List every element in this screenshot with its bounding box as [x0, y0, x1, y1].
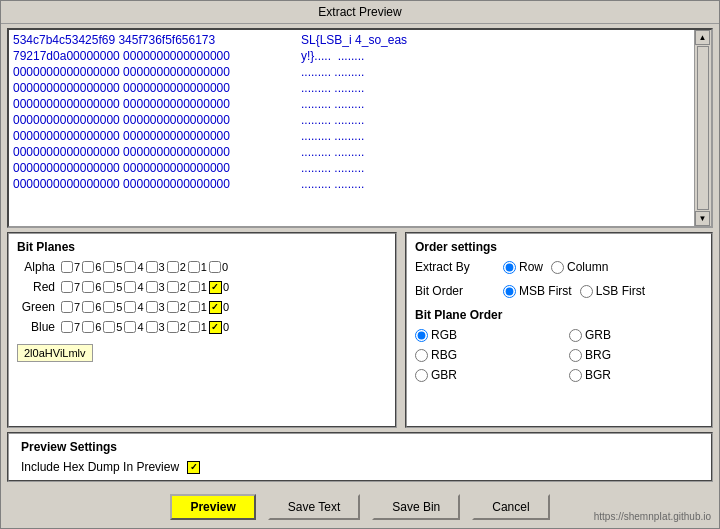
alpha-bit6[interactable]: 6 [82, 261, 101, 273]
scroll-thumb[interactable] [697, 46, 709, 210]
alpha-bit0[interactable]: 0 [209, 261, 228, 273]
alpha-row: Alpha 7 6 5 4 3 2 1 0 [17, 260, 387, 274]
red-bit0-checked[interactable]: ✓ [209, 281, 222, 294]
alpha-bit1[interactable]: 1 [188, 261, 207, 273]
blue-bit7[interactable]: 7 [61, 321, 80, 333]
red-bit0[interactable]: ✓ 0 [209, 281, 229, 294]
green-bit1[interactable]: 1 [188, 301, 207, 313]
alpha-bit7[interactable]: 7 [61, 261, 80, 273]
red-bit5[interactable]: 5 [103, 281, 122, 293]
brg-radio[interactable]: BRG [569, 348, 703, 362]
red-bit1[interactable]: 1 [188, 281, 207, 293]
blue-bit4[interactable]: 4 [124, 321, 143, 333]
bit-planes-title: Bit Planes [17, 240, 387, 254]
bit-order-label: Bit Order [415, 284, 495, 298]
middle-section: Bit Planes Alpha 7 6 5 4 3 2 1 0 Red 7 6… [7, 232, 713, 428]
extract-by-column-label: Column [567, 260, 608, 274]
rgb-label: RGB [431, 328, 457, 342]
alpha-bit2[interactable]: 2 [167, 261, 186, 273]
blue-bit6[interactable]: 6 [82, 321, 101, 333]
alpha-bit3[interactable]: 3 [146, 261, 165, 273]
green-bit6[interactable]: 6 [82, 301, 101, 313]
extract-by-row-radio[interactable]: Row [503, 260, 543, 274]
red-bit2[interactable]: 2 [167, 281, 186, 293]
extract-by-column-radio[interactable]: Column [551, 260, 608, 274]
red-row: Red 7 6 5 4 3 2 1 ✓ 0 [17, 280, 387, 294]
blue-bit0-checked[interactable]: ✓ [209, 321, 222, 334]
bgr-radio[interactable]: BGR [569, 368, 703, 382]
blue-bit3[interactable]: 3 [146, 321, 165, 333]
main-window: Extract Preview 534c7b4c53425f69 345f736… [0, 0, 720, 529]
blue-bit5[interactable]: 5 [103, 321, 122, 333]
preview-text-column: SL{LSB_i 4_so_eas y!}..... ........ ....… [301, 32, 407, 224]
hex-dump-label: Include Hex Dump In Preview [21, 460, 179, 474]
alpha-bit5[interactable]: 5 [103, 261, 122, 273]
red-label: Red [17, 280, 55, 294]
lsb-first-radio[interactable]: LSB First [580, 284, 645, 298]
hex-dump-checkbox[interactable]: ✓ [187, 461, 200, 474]
tooltip-popup: 2l0aHViLmlv [17, 344, 93, 362]
preview-scroll-area[interactable]: 534c7b4c53425f69 345f736f5f656173 79217d… [9, 30, 711, 226]
green-bit0-checked[interactable]: ✓ [209, 301, 222, 314]
preview-settings-panel: Preview Settings Include Hex Dump In Pre… [7, 432, 713, 482]
window-title: Extract Preview [1, 1, 719, 24]
preview-settings-content: Include Hex Dump In Preview ✓ [21, 460, 699, 474]
preview-settings-title: Preview Settings [21, 440, 699, 454]
bit-plane-order-title: Bit Plane Order [415, 308, 703, 322]
blue-bit2[interactable]: 2 [167, 321, 186, 333]
scroll-up-btn[interactable]: ▲ [695, 30, 710, 45]
watermark: https://shemnpIat.github.io [594, 511, 711, 522]
bottom-buttons: Preview Save Text Save Bin Cancel https:… [1, 486, 719, 528]
rbg-radio[interactable]: RBG [415, 348, 549, 362]
green-bit3[interactable]: 3 [146, 301, 165, 313]
green-bit7[interactable]: 7 [61, 301, 80, 313]
grb-label: GRB [585, 328, 611, 342]
red-bit7[interactable]: 7 [61, 281, 80, 293]
save-bin-button[interactable]: Save Bin [372, 494, 460, 520]
blue-bit1[interactable]: 1 [188, 321, 207, 333]
rbg-label: RBG [431, 348, 457, 362]
bit-planes-panel: Bit Planes Alpha 7 6 5 4 3 2 1 0 Red 7 6… [7, 232, 397, 428]
green-bit4[interactable]: 4 [124, 301, 143, 313]
extract-by-label: Extract By [415, 260, 495, 274]
bit-plane-order-section: Bit Plane Order RGB GRB RBG [415, 308, 703, 382]
preview-wrapper: 534c7b4c53425f69 345f736f5f656173 79217d… [7, 28, 713, 228]
blue-bit0[interactable]: ✓ 0 [209, 321, 229, 334]
green-bit5[interactable]: 5 [103, 301, 122, 313]
red-bit4[interactable]: 4 [124, 281, 143, 293]
blue-label: Blue [17, 320, 55, 334]
extract-by-row: Extract By Row Column [415, 260, 703, 274]
green-bit0[interactable]: ✓ 0 [209, 301, 229, 314]
red-bit3[interactable]: 3 [146, 281, 165, 293]
blue-row: Blue 7 6 5 4 3 2 1 ✓ 0 2l0aHViLmlv [17, 320, 387, 334]
gbr-label: GBR [431, 368, 457, 382]
order-settings-panel: Order settings Extract By Row Column Bit… [405, 232, 713, 428]
bgr-label: BGR [585, 368, 611, 382]
green-label: Green [17, 300, 55, 314]
preview-scrollbar[interactable]: ▲ ▼ [694, 30, 711, 226]
bit-plane-order-grid: RGB GRB RBG BRG [415, 328, 703, 382]
gbr-radio[interactable]: GBR [415, 368, 549, 382]
lsb-first-label: LSB First [596, 284, 645, 298]
red-bit6[interactable]: 6 [82, 281, 101, 293]
rgb-radio[interactable]: RGB [415, 328, 549, 342]
preview-button[interactable]: Preview [170, 494, 255, 520]
preview-inner: 534c7b4c53425f69 345f736f5f656173 79217d… [7, 28, 713, 228]
extract-by-row-label: Row [519, 260, 543, 274]
cancel-button[interactable]: Cancel [472, 494, 549, 520]
alpha-label: Alpha [17, 260, 55, 274]
bit-order-row: Bit Order MSB First LSB First [415, 284, 703, 298]
msb-first-radio[interactable]: MSB First [503, 284, 572, 298]
green-bit2[interactable]: 2 [167, 301, 186, 313]
preview-hex-column: 534c7b4c53425f69 345f736f5f656173 79217d… [13, 32, 293, 224]
alpha-bit4[interactable]: 4 [124, 261, 143, 273]
green-row: Green 7 6 5 4 3 2 1 ✓ 0 [17, 300, 387, 314]
order-settings-title: Order settings [415, 240, 703, 254]
grb-radio[interactable]: GRB [569, 328, 703, 342]
save-text-button[interactable]: Save Text [268, 494, 360, 520]
brg-label: BRG [585, 348, 611, 362]
scroll-down-btn[interactable]: ▼ [695, 211, 710, 226]
msb-first-label: MSB First [519, 284, 572, 298]
